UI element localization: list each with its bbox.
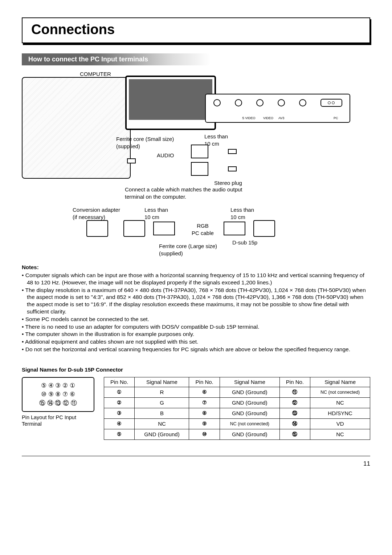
less-than-10cm-left: Less than 10 cm: [144, 206, 168, 221]
col-signal-name: Signal Name: [220, 377, 279, 387]
col-signal-name: Signal Name: [310, 377, 370, 387]
ferrite-small-2: [191, 162, 208, 176]
col-pin-no: Pin No.: [189, 377, 220, 387]
tv-illustration: [125, 76, 216, 130]
video-port-icon: [256, 99, 264, 106]
ferrite-large-label: Ferrite core (Large size) (supplied): [159, 243, 217, 258]
notes-list: Computer signals which can be input are …: [22, 272, 370, 353]
note-item: Do not set the horizontal and vertical s…: [22, 346, 370, 353]
note-item: There is no need to use an adapter for c…: [22, 323, 370, 331]
note-item: Computer signals which can be input are …: [22, 272, 370, 286]
less-than-10cm-right: Less than 10 cm: [230, 206, 254, 221]
laptop-illustration: [22, 77, 131, 179]
note-item: Some PC models cannot be connected to th…: [22, 316, 370, 323]
pin-layout-caption: Pin Layout for PC Input Terminal: [22, 414, 94, 428]
note-item: Additional equipment and cables shown ar…: [22, 338, 370, 345]
signal-names-heading: Signal Names for D-sub 15P Connector: [22, 366, 370, 373]
notes-section: Notes: Computer signals which can be inp…: [22, 264, 370, 353]
pin-row: ⑩ ⑨ ⑧ ⑦ ⑥: [25, 390, 91, 399]
dsub15p-label: D-sub 15p: [232, 239, 257, 246]
svideo-port-icon: [235, 99, 242, 106]
audio-label: AUDIO: [157, 152, 174, 159]
col-signal-name: Signal Name: [135, 377, 189, 387]
pc-port-label: PC: [334, 116, 338, 120]
pin-row: ⑮ ⑭ ⑬ ⑫ ⑪: [25, 399, 91, 408]
signal-names-table: Pin No. Signal Name Pin No. Signal Name …: [104, 377, 370, 440]
vga-adapter-a: [86, 220, 108, 237]
rgb-pc-cable-label: RGB PC cable: [192, 222, 214, 237]
ferrite-large-1: [153, 222, 175, 235]
audio-mini-plug: [127, 158, 136, 163]
table-row: ② G ⑦ GND (Ground) ⑫ NC: [104, 398, 370, 408]
page-title-box: Connections: [22, 17, 370, 43]
pin-layout-diagram: ⑤ ④ ③ ② ① ⑩ ⑨ ⑧ ⑦ ⑥ ⑮ ⑭ ⑬ ⑫ ⑪: [22, 377, 94, 412]
vga-adapter-b: [123, 220, 145, 237]
connect-cable-note: Connect a cable which matches the audio …: [125, 186, 256, 201]
rca-plug-1: [228, 149, 237, 154]
page-title: Connections: [31, 20, 361, 39]
col-pin-no: Pin No.: [104, 377, 135, 387]
page-number: 11: [22, 456, 370, 468]
signal-names-row: ⑤ ④ ③ ② ① ⑩ ⑨ ⑧ ⑦ ⑥ ⑮ ⑭ ⑬ ⑫ ⑪ Pin Layout…: [22, 377, 370, 440]
section-heading: How to connect the PC Input terminals: [22, 53, 211, 65]
computer-label: COMPUTER: [80, 70, 111, 78]
table-row: ④ NC ⑨ NC (not connected) ⑭ VD: [104, 419, 370, 429]
video-port-label: VIDEO: [263, 116, 273, 120]
note-item: The display resolution is a maximum of 6…: [22, 287, 370, 315]
audio-l-port-icon: [278, 99, 285, 106]
pin-row: ⑤ ④ ③ ② ①: [25, 381, 91, 390]
table-header-row: Pin No. Signal Name Pin No. Signal Name …: [104, 377, 370, 387]
rca-plug-2: [228, 166, 237, 171]
table-row: ⑤ GND (Ground) ⑩ GND (Ground) ⑮ NC: [104, 429, 370, 440]
svideo-port-label: S VIDEO: [242, 116, 256, 120]
ferrite-large-2: [224, 222, 245, 235]
vga-connector-end: [253, 220, 275, 237]
col-pin-no: Pin No.: [279, 377, 310, 387]
note-item: The computer shown in the illustration i…: [22, 331, 370, 338]
headphone-port-icon: [213, 99, 221, 106]
vga-port-icon: [320, 99, 342, 107]
av3-port-label: AV3: [278, 116, 284, 120]
ferrite-small-1: [191, 145, 208, 158]
rear-port-panel: S VIDEO VIDEO AV3 PC: [205, 94, 350, 123]
ferrite-small-label: Ferrite core (Small size) (supplied): [116, 135, 174, 150]
connection-diagram: COMPUTER S VIDEO VIDEO AV3 PC Ferrite co…: [22, 72, 370, 261]
conversion-adapter-label: Conversion adapter (if necessary): [73, 206, 120, 221]
pin-layout-frame: ⑤ ④ ③ ② ① ⑩ ⑨ ⑧ ⑦ ⑥ ⑮ ⑭ ⑬ ⑫ ⑪ Pin Layout…: [22, 377, 94, 428]
table-row: ③ B ⑧ GND (Ground) ⑬ HD/SYNC: [104, 408, 370, 419]
notes-heading: Notes:: [22, 264, 370, 271]
table-row: ① R ⑥ GND (Ground) ⑪ NC (not connected): [104, 387, 370, 398]
audio-r-port-icon: [299, 99, 306, 106]
